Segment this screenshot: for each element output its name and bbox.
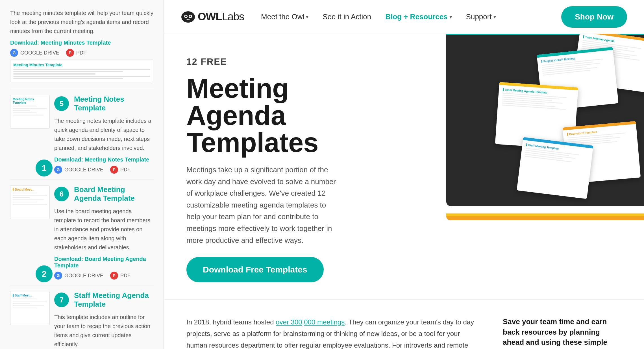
download-link-6[interactable]: Download: Board Meeting Agenda Template: [54, 256, 153, 269]
section-desc-5: The meeting notes template includes a qu…: [54, 116, 153, 152]
pdf-label-5: PDF: [120, 167, 130, 173]
thumb-line: [13, 110, 30, 111]
thumb-title: Meeting Minutes Template: [13, 63, 150, 67]
thumb-line: [13, 193, 37, 193]
hero-title: Meeting Agenda Templates: [186, 75, 339, 156]
navbar: OWLLabs Meet the Owl ▾ See it in Action …: [164, 0, 644, 34]
pdf-link[interactable]: P PDF: [66, 49, 86, 57]
thumb-line: [13, 69, 150, 70]
section-title-5: Meeting Notes Template: [74, 95, 153, 112]
section-number-5: 5: [54, 96, 69, 111]
item-number-circle-5: 1: [36, 160, 53, 176]
hero-label: 12 FREE: [186, 56, 339, 67]
template-collage: Team Meeting Agenda: [407, 34, 644, 220]
pdf-icon-6: P: [110, 272, 118, 280]
orange-strip-bottom: [446, 216, 644, 220]
hero-section: 12 FREE Meeting Agenda Templates Meeting…: [164, 34, 644, 299]
thumb-line: [13, 202, 37, 202]
hero-content: 12 FREE Meeting Agenda Templates Meeting…: [164, 34, 362, 299]
over-300k-meetings-link[interactable]: over 300,000 meetings: [276, 318, 345, 326]
section-header-7: 7 Staff Meeting Agenda Template: [54, 291, 153, 309]
pdf-icon-5: P: [110, 166, 118, 174]
bottom-left-content: In 2018, hybrid teams hosted over 300,00…: [186, 317, 480, 349]
hero-title-line2: Agenda: [186, 100, 286, 130]
pdf-label: PDF: [76, 50, 86, 56]
thumb-line: [13, 195, 47, 196]
logo-owl: OWL: [198, 11, 222, 23]
owl-logo-icon: [181, 11, 195, 23]
google-drive-link-5[interactable]: G GOOGLE DRIVE: [54, 166, 103, 174]
download-link-5[interactable]: Download: Meeting Notes Template: [54, 156, 153, 163]
top-excerpt-download-icons: G GOOGLE DRIVE P PDF: [10, 49, 153, 57]
section-desc-7: This template includes an outline for yo…: [54, 313, 153, 349]
google-drive-label-6: GOOGLE DRIVE: [64, 273, 103, 279]
item-number-circle-6: 2: [36, 265, 53, 282]
sidebar-item-5: Meeting Notes Template 1 5 Meeting Notes…: [10, 89, 153, 180]
thumb-lines: [13, 69, 150, 79]
hero-description: Meetings take up a significant portion o…: [186, 164, 339, 246]
left-sidebar: The meeting minutes template will help y…: [0, 0, 164, 349]
chevron-down-icon-blog: ▾: [449, 14, 452, 20]
thumb-line: [13, 78, 123, 79]
nav-label-see-action: See it in Action: [323, 12, 371, 21]
thumb-line: [13, 73, 95, 75]
google-drive-icon-6: G: [54, 272, 62, 280]
section-number-7: 7: [54, 293, 69, 307]
thumb-line: [13, 307, 37, 308]
sidebar-item-5-thumbnail: Meeting Notes Template 1: [10, 95, 50, 174]
hero-title-line3: Templates: [186, 127, 319, 158]
bottom-left-text-1: In 2018, hybrid teams hosted: [186, 318, 276, 326]
thumb-line: [13, 108, 47, 109]
google-drive-link[interactable]: G GOOGLE DRIVE: [10, 49, 59, 57]
template-card-5: Staff Meeting Template: [517, 137, 593, 199]
top-excerpt-description: The meeting minutes template will help y…: [10, 8, 153, 36]
nav-label-support: Support: [466, 12, 492, 21]
sidebar-item-7-thumbnail: Staff Meet... 3: [10, 291, 50, 349]
nav-label-blog: Blog + Resources: [385, 12, 447, 21]
download-icons-5: G GOOGLE DRIVE P PDF: [54, 166, 153, 174]
google-drive-label: GOOGLE DRIVE: [20, 50, 59, 56]
logo-labs: Labs: [222, 11, 244, 23]
google-drive-icon-5: G: [54, 166, 62, 174]
right-panel: OWLLabs Meet the Owl ▾ See it in Action …: [164, 0, 644, 349]
nav-item-blog[interactable]: Blog + Resources ▾: [385, 12, 452, 21]
svg-point-4: [190, 16, 191, 17]
sidebar-item-6: Board Meet... 2 6 Board Meeting Agenda T…: [10, 180, 153, 285]
svg-point-0: [181, 11, 195, 23]
sidebar-item-5-content: 5 Meeting Notes Template The meeting not…: [54, 95, 153, 174]
nav-item-support[interactable]: Support ▾: [466, 12, 496, 21]
thumb-line: [13, 301, 47, 302]
sidebar-item-6-content: 6 Board Meeting Agenda Template Use the …: [54, 185, 153, 280]
thumb-line: [13, 115, 44, 115]
yellow-strip-bottom: [446, 213, 644, 216]
section-header-6: 6 Board Meeting Agenda Template: [54, 185, 153, 203]
section-desc-6: Use the board meeting agenda template to…: [54, 207, 153, 252]
pdf-label-6: PDF: [120, 273, 130, 279]
top-excerpt-download-link[interactable]: Download: Meeting Minutes Template: [10, 40, 153, 46]
download-free-templates-button[interactable]: Download Free Templates: [186, 257, 324, 282]
nav-item-see-action[interactable]: See it in Action: [323, 12, 371, 21]
thumb-card-title-6: Board Meet...: [13, 188, 47, 191]
google-drive-label-5: GOOGLE DRIVE: [64, 167, 103, 173]
logo[interactable]: OWLLabs: [181, 11, 244, 23]
section-title-7: Staff Meeting Agenda Template: [74, 291, 153, 309]
thumb-line: [13, 298, 37, 299]
pdf-link-6[interactable]: P PDF: [110, 272, 130, 280]
thumbnail-card-6: Board Meet...: [10, 185, 50, 219]
nav-item-meet-owl[interactable]: Meet the Owl ▾: [261, 12, 308, 21]
nav-label-meet-owl: Meet the Owl: [261, 12, 304, 21]
pdf-link-5[interactable]: P PDF: [110, 166, 130, 174]
shop-now-button[interactable]: Shop Now: [561, 6, 627, 28]
thumb-line: [13, 106, 37, 106]
thumb-line: [13, 112, 37, 113]
pdf-icon: P: [66, 49, 74, 57]
section-number-6: 6: [54, 187, 69, 201]
google-drive-icon: G: [10, 49, 18, 57]
thumb-line: [13, 204, 47, 205]
thumb-line: [13, 76, 150, 77]
thumb-card-title-5: Meeting Notes Template: [13, 97, 47, 104]
top-excerpt: The meeting minutes template will help y…: [10, 6, 153, 89]
google-drive-link-6[interactable]: G GOOGLE DRIVE: [54, 272, 103, 280]
chevron-down-icon-support: ▾: [493, 14, 496, 20]
page-wrapper: The meeting minutes template will help y…: [0, 0, 644, 349]
